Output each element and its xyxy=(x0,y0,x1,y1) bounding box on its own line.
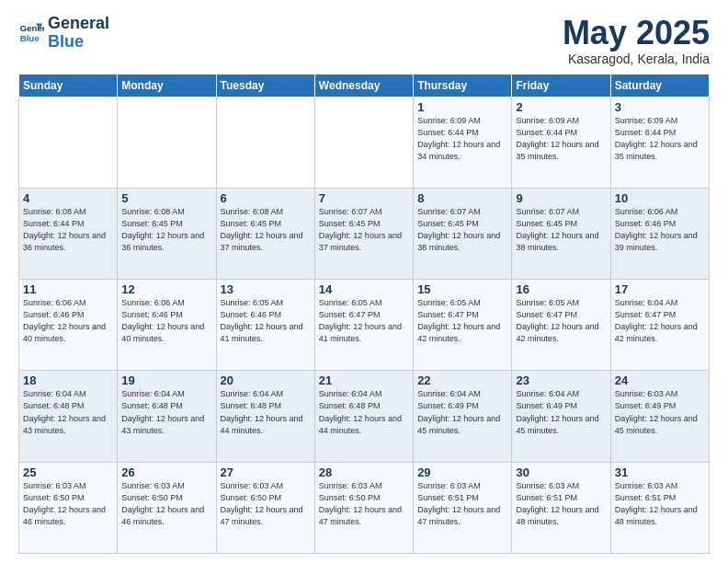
day-number: 5 xyxy=(121,191,211,205)
day-number: 14 xyxy=(319,282,409,296)
calendar-cell: 7Sunrise: 6:07 AM Sunset: 6:45 PM Daylig… xyxy=(314,188,413,279)
day-info: Sunrise: 6:06 AM Sunset: 6:46 PM Dayligh… xyxy=(615,206,705,254)
day-number: 3 xyxy=(615,100,705,114)
weekday-header-monday: Monday xyxy=(118,74,216,97)
day-info: Sunrise: 6:03 AM Sunset: 6:51 PM Dayligh… xyxy=(417,480,507,528)
calendar-cell: 20Sunrise: 6:04 AM Sunset: 6:48 PM Dayli… xyxy=(216,371,314,462)
day-info: Sunrise: 6:04 AM Sunset: 6:48 PM Dayligh… xyxy=(23,388,113,436)
day-number: 31 xyxy=(615,465,705,479)
day-number: 9 xyxy=(516,191,606,205)
calendar-cell: 5Sunrise: 6:08 AM Sunset: 6:45 PM Daylig… xyxy=(118,188,216,279)
day-info: Sunrise: 6:06 AM Sunset: 6:46 PM Dayligh… xyxy=(121,297,211,345)
calendar-cell xyxy=(19,97,118,188)
day-number: 18 xyxy=(23,373,113,387)
day-number: 22 xyxy=(417,373,507,387)
logo: General Blue General Blue xyxy=(18,15,109,52)
day-info: Sunrise: 6:05 AM Sunset: 6:47 PM Dayligh… xyxy=(417,297,507,345)
day-number: 21 xyxy=(319,373,409,387)
day-info: Sunrise: 6:04 AM Sunset: 6:48 PM Dayligh… xyxy=(121,388,211,436)
day-number: 4 xyxy=(23,191,113,205)
calendar-cell: 9Sunrise: 6:07 AM Sunset: 6:45 PM Daylig… xyxy=(512,188,610,279)
calendar-week-row: 18Sunrise: 6:04 AM Sunset: 6:48 PM Dayli… xyxy=(19,371,710,462)
calendar-cell: 12Sunrise: 6:06 AM Sunset: 6:46 PM Dayli… xyxy=(118,280,216,371)
day-info: Sunrise: 6:07 AM Sunset: 6:45 PM Dayligh… xyxy=(417,206,507,254)
day-number: 26 xyxy=(121,465,211,479)
calendar-cell: 11Sunrise: 6:06 AM Sunset: 6:46 PM Dayli… xyxy=(19,280,118,371)
calendar-cell: 26Sunrise: 6:03 AM Sunset: 6:50 PM Dayli… xyxy=(118,462,216,553)
day-number: 6 xyxy=(221,191,311,205)
calendar-cell: 29Sunrise: 6:03 AM Sunset: 6:51 PM Dayli… xyxy=(414,462,512,553)
svg-text:Blue: Blue xyxy=(20,33,40,43)
day-info: Sunrise: 6:04 AM Sunset: 6:47 PM Dayligh… xyxy=(615,297,705,345)
day-info: Sunrise: 6:03 AM Sunset: 6:49 PM Dayligh… xyxy=(615,388,705,436)
weekday-header-row: SundayMondayTuesdayWednesdayThursdayFrid… xyxy=(19,74,710,97)
calendar-cell: 25Sunrise: 6:03 AM Sunset: 6:50 PM Dayli… xyxy=(19,462,118,553)
calendar-cell: 31Sunrise: 6:03 AM Sunset: 6:51 PM Dayli… xyxy=(610,462,709,553)
calendar-cell: 10Sunrise: 6:06 AM Sunset: 6:46 PM Dayli… xyxy=(610,188,709,279)
calendar-week-row: 4Sunrise: 6:08 AM Sunset: 6:44 PM Daylig… xyxy=(19,188,710,279)
calendar-cell: 3Sunrise: 6:09 AM Sunset: 6:44 PM Daylig… xyxy=(610,97,709,188)
location-subtitle: Kasaragod, Kerala, India xyxy=(563,52,710,66)
weekday-header-tuesday: Tuesday xyxy=(216,74,314,97)
day-number: 25 xyxy=(23,465,113,479)
day-info: Sunrise: 6:08 AM Sunset: 6:45 PM Dayligh… xyxy=(121,206,211,254)
day-info: Sunrise: 6:04 AM Sunset: 6:48 PM Dayligh… xyxy=(319,388,409,436)
calendar-cell: 23Sunrise: 6:04 AM Sunset: 6:49 PM Dayli… xyxy=(512,371,610,462)
calendar-cell xyxy=(216,97,314,188)
day-info: Sunrise: 6:06 AM Sunset: 6:46 PM Dayligh… xyxy=(23,297,113,345)
title-block: May 2025 Kasaragod, Kerala, India xyxy=(563,15,710,66)
day-info: Sunrise: 6:03 AM Sunset: 6:50 PM Dayligh… xyxy=(319,480,409,528)
calendar-week-row: 11Sunrise: 6:06 AM Sunset: 6:46 PM Dayli… xyxy=(19,280,710,371)
day-number: 15 xyxy=(417,282,507,296)
weekday-header-wednesday: Wednesday xyxy=(314,74,413,97)
day-number: 20 xyxy=(221,373,311,387)
day-number: 8 xyxy=(417,191,507,205)
calendar-week-row: 1Sunrise: 6:09 AM Sunset: 6:44 PM Daylig… xyxy=(19,97,710,188)
calendar-cell: 16Sunrise: 6:05 AM Sunset: 6:47 PM Dayli… xyxy=(512,280,610,371)
day-number: 16 xyxy=(516,282,606,296)
day-number: 12 xyxy=(121,282,211,296)
day-info: Sunrise: 6:08 AM Sunset: 6:44 PM Dayligh… xyxy=(23,206,113,254)
calendar-cell: 14Sunrise: 6:05 AM Sunset: 6:47 PM Dayli… xyxy=(314,280,413,371)
day-info: Sunrise: 6:08 AM Sunset: 6:45 PM Dayligh… xyxy=(221,206,311,254)
day-info: Sunrise: 6:04 AM Sunset: 6:48 PM Dayligh… xyxy=(221,388,311,436)
calendar-cell: 22Sunrise: 6:04 AM Sunset: 6:49 PM Dayli… xyxy=(414,371,512,462)
calendar-cell: 27Sunrise: 6:03 AM Sunset: 6:50 PM Dayli… xyxy=(216,462,314,553)
calendar-cell: 24Sunrise: 6:03 AM Sunset: 6:49 PM Dayli… xyxy=(610,371,709,462)
day-info: Sunrise: 6:05 AM Sunset: 6:47 PM Dayligh… xyxy=(516,297,606,345)
calendar-cell: 30Sunrise: 6:03 AM Sunset: 6:51 PM Dayli… xyxy=(512,462,610,553)
calendar-cell: 1Sunrise: 6:09 AM Sunset: 6:44 PM Daylig… xyxy=(414,97,512,188)
month-title: May 2025 xyxy=(563,15,710,52)
weekday-header-sunday: Sunday xyxy=(19,74,118,97)
day-number: 29 xyxy=(417,465,507,479)
day-info: Sunrise: 6:07 AM Sunset: 6:45 PM Dayligh… xyxy=(516,206,606,254)
calendar-cell: 28Sunrise: 6:03 AM Sunset: 6:50 PM Dayli… xyxy=(314,462,413,553)
day-number: 17 xyxy=(615,282,705,296)
header: General Blue General Blue May 2025 Kasar… xyxy=(18,15,710,66)
day-info: Sunrise: 6:04 AM Sunset: 6:49 PM Dayligh… xyxy=(516,388,606,436)
calendar-cell: 13Sunrise: 6:05 AM Sunset: 6:46 PM Dayli… xyxy=(216,280,314,371)
weekday-header-saturday: Saturday xyxy=(610,74,709,97)
day-info: Sunrise: 6:03 AM Sunset: 6:51 PM Dayligh… xyxy=(615,480,705,528)
calendar-cell: 8Sunrise: 6:07 AM Sunset: 6:45 PM Daylig… xyxy=(414,188,512,279)
day-number: 2 xyxy=(516,100,606,114)
day-number: 19 xyxy=(121,373,211,387)
day-number: 11 xyxy=(23,282,113,296)
day-info: Sunrise: 6:03 AM Sunset: 6:51 PM Dayligh… xyxy=(516,480,606,528)
calendar-cell: 15Sunrise: 6:05 AM Sunset: 6:47 PM Dayli… xyxy=(414,280,512,371)
day-number: 23 xyxy=(516,373,606,387)
calendar-table: SundayMondayTuesdayWednesdayThursdayFrid… xyxy=(18,74,710,554)
day-info: Sunrise: 6:05 AM Sunset: 6:46 PM Dayligh… xyxy=(221,297,311,345)
calendar-cell: 2Sunrise: 6:09 AM Sunset: 6:44 PM Daylig… xyxy=(512,97,610,188)
day-info: Sunrise: 6:03 AM Sunset: 6:50 PM Dayligh… xyxy=(121,480,211,528)
weekday-header-friday: Friday xyxy=(512,74,610,97)
calendar-cell: 21Sunrise: 6:04 AM Sunset: 6:48 PM Dayli… xyxy=(314,371,413,462)
day-number: 13 xyxy=(221,282,311,296)
day-number: 30 xyxy=(516,465,606,479)
calendar-cell xyxy=(118,97,216,188)
day-number: 7 xyxy=(319,191,409,205)
day-number: 1 xyxy=(417,100,507,114)
calendar-cell xyxy=(314,97,413,188)
calendar-cell: 19Sunrise: 6:04 AM Sunset: 6:48 PM Dayli… xyxy=(118,371,216,462)
weekday-header-thursday: Thursday xyxy=(414,74,512,97)
